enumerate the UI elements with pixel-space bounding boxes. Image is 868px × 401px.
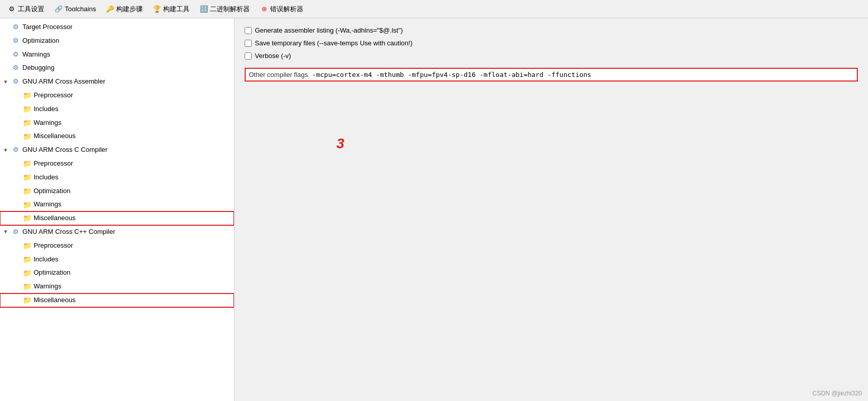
toolbar-item-build-steps[interactable]: 🔑 构建步骤 xyxy=(101,2,147,16)
toolchain-icon: 🔗 xyxy=(55,5,63,13)
label-verbose: Verbose (-v) xyxy=(255,52,291,60)
tree-item-gnu-arm-assembler[interactable]: ▼ ⚙ GNU ARM Cross Assembler xyxy=(0,75,234,89)
compiler-flags-label: Other compiler flags xyxy=(249,71,308,78)
no-arrow xyxy=(14,269,21,277)
no-arrow xyxy=(14,187,21,195)
no-arrow xyxy=(14,296,21,304)
tree-label-warnings: Warnings xyxy=(22,49,50,60)
tree-item-cpp-misc[interactable]: 📁 Miscellaneous 2 xyxy=(0,293,234,307)
no-arrow xyxy=(14,159,21,168)
checkbox-row-gen-listing: Generate assembler listing (-Wa,-adhlns=… xyxy=(245,26,858,34)
checkbox-row-save-temp: Save temporary files (--save-temps Use w… xyxy=(245,39,858,47)
tree-item-c-misc[interactable]: 📁 Miscellaneous 1 xyxy=(0,211,234,225)
compiler-flags-row: Other compiler flags xyxy=(245,68,858,82)
compiler-flags-input[interactable] xyxy=(312,71,854,78)
tree-label-c-optimization: Optimization xyxy=(34,186,70,197)
tree-item-gnu-arm-c-compiler[interactable]: ▼ ⚙ GNU ARM Cross C Compiler xyxy=(0,143,234,157)
tree-label-cpp-includes: Includes xyxy=(34,254,58,265)
no-arrow xyxy=(14,255,21,263)
no-arrow xyxy=(14,201,21,209)
tree-item-cpp-warnings[interactable]: 📁 Warnings xyxy=(0,280,234,293)
no-arrow xyxy=(14,105,21,113)
toolbar-label-tool-settings: 工具设置 xyxy=(18,5,44,14)
no-arrow xyxy=(14,132,21,141)
expand-arrow-c-compiler: ▼ xyxy=(3,146,10,154)
checkbox-verbose[interactable] xyxy=(245,52,252,60)
expand-arrow-cpp-compiler: ▼ xyxy=(3,228,10,236)
folder-icon: 📁 xyxy=(22,282,32,291)
tree-item-assembler-warnings[interactable]: 📁 Warnings xyxy=(0,116,234,130)
tree-label-assembler-preprocessor: Preprocessor xyxy=(34,90,73,101)
label-gen-listing: Generate assembler listing (-Wa,-adhlns=… xyxy=(255,26,403,34)
no-arrow xyxy=(14,242,21,250)
toolbar-item-tool-settings[interactable]: ⚙ 工具设置 xyxy=(3,2,49,16)
checkbox-gen-listing[interactable] xyxy=(245,27,252,34)
tools-icon: 🏆 xyxy=(153,5,161,13)
tree-item-c-warnings[interactable]: 📁 Warnings xyxy=(0,198,234,211)
no-arrow xyxy=(3,50,10,59)
toolbar-item-error-parser[interactable]: ⊗ 错误解析器 xyxy=(255,2,308,16)
gear-icon: ⚙ xyxy=(11,77,20,87)
tree-label-c-misc: Miscellaneous xyxy=(34,213,75,224)
tree-item-cpp-includes[interactable]: 📁 Includes xyxy=(0,253,234,266)
annotation-3: 3 xyxy=(336,136,345,152)
folder-icon: 📁 xyxy=(22,132,32,141)
tree-item-assembler-misc[interactable]: 📁 Miscellaneous xyxy=(0,129,234,143)
tree-item-cpp-preprocessor[interactable]: 📁 Preprocessor xyxy=(0,239,234,253)
binary-icon: 🔢 xyxy=(200,5,208,13)
tree-label-cpp-optimization: Optimization xyxy=(34,268,70,278)
toolbar-item-binary-parser[interactable]: 🔢 二进制解析器 xyxy=(195,2,254,16)
tree-item-c-includes[interactable]: 📁 Includes xyxy=(0,171,234,184)
folder-icon: 📁 xyxy=(22,269,32,278)
tree-item-debugging[interactable]: ⚙ Debugging xyxy=(0,61,234,75)
toolbar-label-build-tools: 构建工具 xyxy=(163,5,190,14)
no-arrow xyxy=(14,119,21,127)
toolbar-label-error-parser: 错误解析器 xyxy=(270,5,303,14)
label-save-temp: Save temporary files (--save-temps Use w… xyxy=(255,39,412,47)
tree-label-cpp-warnings: Warnings xyxy=(34,281,61,292)
tree-label-assembler-includes: Includes xyxy=(34,104,58,115)
watermark: CSDN @jiezhi320 xyxy=(812,390,862,397)
checkbox-save-temp[interactable] xyxy=(245,40,252,47)
gear-icon: ⚙ xyxy=(11,146,20,155)
checkbox-row-verbose: Verbose (-v) xyxy=(245,52,858,60)
no-arrow xyxy=(14,173,21,181)
tree-item-cpp-optimization[interactable]: 📁 Optimization xyxy=(0,266,234,280)
tree-label-assembler-misc: Miscellaneous xyxy=(34,131,75,142)
tree-item-target-processor[interactable]: ⚙ Target Processor xyxy=(0,20,234,34)
gear-icon: ⚙ xyxy=(8,5,16,13)
no-arrow xyxy=(14,215,21,223)
tree-label-debugging: Debugging xyxy=(22,63,55,73)
no-arrow xyxy=(14,283,21,291)
tree-item-warnings[interactable]: ⚙ Warnings xyxy=(0,48,234,62)
right-panel: Generate assembler listing (-Wa,-adhlns=… xyxy=(234,18,868,401)
tree-item-assembler-preprocessor[interactable]: 📁 Preprocessor xyxy=(0,89,234,102)
tree-label-target-processor: Target Processor xyxy=(22,22,72,33)
folder-icon: 📁 xyxy=(22,296,32,305)
tree-label-c-warnings: Warnings xyxy=(34,199,61,210)
gear-icon: ⚙ xyxy=(11,36,20,45)
gear-icon: ⚙ xyxy=(11,227,20,236)
tree-label-gnu-arm-c-compiler: GNU ARM Cross C Compiler xyxy=(22,145,108,155)
folder-icon: 📁 xyxy=(22,186,32,196)
tree-item-gnu-arm-cpp-compiler[interactable]: ▼ ⚙ GNU ARM Cross C++ Compiler xyxy=(0,225,234,239)
tree-item-assembler-includes[interactable]: 📁 Includes xyxy=(0,102,234,116)
gear-icon: ⚙ xyxy=(11,22,20,32)
tree-label-gnu-arm-cpp-compiler: GNU ARM Cross C++ Compiler xyxy=(22,227,115,237)
tree-item-optimization[interactable]: ⚙ Optimization xyxy=(0,34,234,48)
gear-icon: ⚙ xyxy=(11,50,20,59)
folder-icon: 📁 xyxy=(22,104,32,114)
tree-label-cpp-preprocessor: Preprocessor xyxy=(34,240,73,251)
toolbar-item-build-tools[interactable]: 🏆 构建工具 xyxy=(148,2,194,16)
toolbar: ⚙ 工具设置 🔗 Toolchains 🔑 构建步骤 🏆 构建工具 🔢 二进制解… xyxy=(0,0,868,18)
toolbar-item-toolchains[interactable]: 🔗 Toolchains xyxy=(50,3,100,16)
toolbar-label-build-steps: 构建步骤 xyxy=(116,5,143,14)
folder-icon: 📁 xyxy=(22,173,32,182)
tree-label-c-includes: Includes xyxy=(34,172,58,183)
toolbar-label-toolchains: Toolchains xyxy=(65,5,96,13)
tree-item-c-optimization[interactable]: 📁 Optimization xyxy=(0,184,234,198)
no-arrow xyxy=(14,91,21,99)
folder-icon: 📁 xyxy=(22,91,32,100)
tree-item-c-preprocessor[interactable]: 📁 Preprocessor xyxy=(0,157,234,171)
folder-icon: 📁 xyxy=(22,214,32,223)
